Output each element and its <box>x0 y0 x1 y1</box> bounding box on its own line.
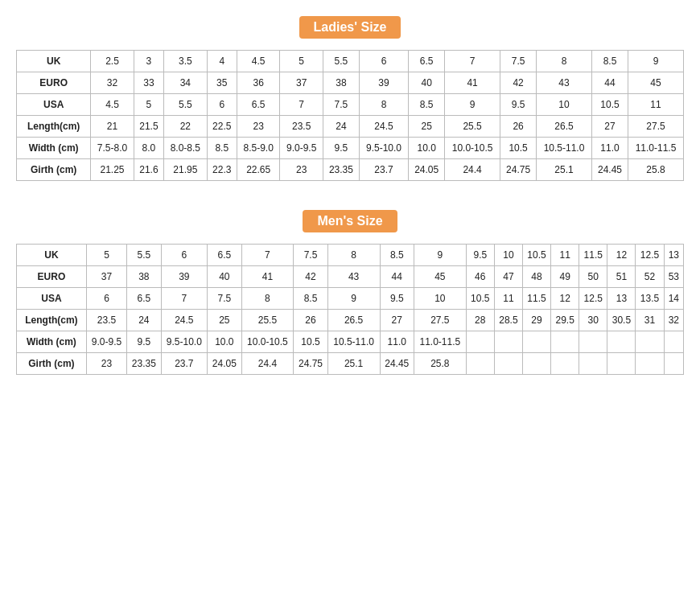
cell-value: 24.4 <box>445 159 500 181</box>
cell-value <box>664 353 683 375</box>
cell-value: 34 <box>164 72 207 94</box>
cell-value: 29 <box>522 310 550 331</box>
cell-value <box>551 331 579 353</box>
cell-value: 23.5 <box>86 310 126 331</box>
table-row: Width (cm)9.0-9.59.59.5-10.010.010.0-10.… <box>17 331 684 353</box>
cell-value <box>466 353 494 375</box>
cell-value: 10.5 <box>294 331 327 353</box>
cell-value: 24.5 <box>161 310 208 331</box>
row-label: UK <box>17 51 91 72</box>
cell-value: 24.75 <box>500 159 537 181</box>
cell-value: 41 <box>445 72 500 94</box>
cell-value: 37 <box>280 72 323 94</box>
cell-value: 7 <box>161 288 208 310</box>
cell-value: 21.5 <box>134 116 163 138</box>
ladies-size-table: UK2.533.544.555.566.577.588.59EURO323334… <box>16 50 684 181</box>
cell-value: 5 <box>280 51 323 72</box>
cell-value <box>522 331 550 353</box>
cell-value: 8 <box>359 94 408 116</box>
cell-value: 7 <box>241 245 294 266</box>
cell-value: 5 <box>134 94 163 116</box>
cell-value: 12 <box>607 245 636 266</box>
cell-value: 6.5 <box>208 245 241 266</box>
cell-value: 33 <box>134 72 163 94</box>
ladies-title-text: Ladies' Size <box>299 16 401 39</box>
cell-value: 7.5-8.0 <box>91 138 134 159</box>
cell-value: 7.5 <box>208 288 241 310</box>
cell-value: 30 <box>579 310 607 331</box>
cell-value: 8.5 <box>591 51 628 72</box>
cell-value: 9 <box>628 51 684 72</box>
cell-value: 32 <box>91 72 134 94</box>
cell-value: 11.0-11.5 <box>628 138 684 159</box>
cell-value: 3.5 <box>164 51 207 72</box>
cell-value: 50 <box>579 266 607 288</box>
table-row: UK55.566.577.588.599.51010.51111.51212.5… <box>17 245 684 266</box>
cell-value: 3 <box>134 51 163 72</box>
cell-value: 8.5 <box>409 94 445 116</box>
cell-value: 42 <box>294 266 327 288</box>
cell-value: 32 <box>664 310 683 331</box>
cell-value <box>579 353 607 375</box>
mens-size-section: Men's Size UK55.566.577.588.599.51010.51… <box>16 210 684 375</box>
mens-title: Men's Size <box>16 210 684 232</box>
cell-value: 6 <box>86 288 126 310</box>
cell-value: 23.35 <box>323 159 359 181</box>
row-label: EURO <box>17 266 87 288</box>
cell-value: 25.8 <box>414 353 466 375</box>
cell-value: 42 <box>500 72 537 94</box>
cell-value: 37 <box>86 266 126 288</box>
cell-value: 8.5-9.0 <box>237 138 279 159</box>
cell-value: 22.5 <box>207 116 237 138</box>
cell-value <box>636 353 664 375</box>
cell-value: 10 <box>414 288 466 310</box>
cell-value: 9.5 <box>466 245 494 266</box>
cell-value: 26.5 <box>537 116 592 138</box>
cell-value: 9.5 <box>380 288 414 310</box>
cell-value <box>664 331 683 353</box>
cell-value: 24.45 <box>380 353 414 375</box>
cell-value: 12.5 <box>579 288 607 310</box>
row-label: USA <box>17 94 91 116</box>
cell-value: 10.5-11.0 <box>327 331 380 353</box>
cell-value: 38 <box>323 72 359 94</box>
cell-value: 14 <box>664 288 683 310</box>
cell-value: 8.0-8.5 <box>164 138 207 159</box>
cell-value: 30.5 <box>607 310 636 331</box>
cell-value: 24.05 <box>208 353 241 375</box>
table-row: Width (cm)7.5-8.08.08.0-8.58.58.5-9.09.0… <box>17 138 684 159</box>
cell-value: 28 <box>466 310 494 331</box>
cell-value: 6 <box>359 51 408 72</box>
cell-value: 28.5 <box>494 310 522 331</box>
table-row: USA66.577.588.599.51010.51111.51212.5131… <box>17 288 684 310</box>
cell-value: 23.35 <box>127 353 161 375</box>
cell-value: 31 <box>636 310 664 331</box>
cell-value: 45 <box>414 266 466 288</box>
cell-value: 21 <box>91 116 134 138</box>
cell-value <box>551 353 579 375</box>
cell-value: 6 <box>207 94 237 116</box>
cell-value: 25.1 <box>537 159 592 181</box>
cell-value: 9.5 <box>500 94 537 116</box>
cell-value: 23 <box>280 159 323 181</box>
cell-value: 13 <box>607 288 636 310</box>
cell-value: 49 <box>551 266 579 288</box>
cell-value: 13.5 <box>636 288 664 310</box>
cell-value: 41 <box>241 266 294 288</box>
cell-value: 9.5 <box>323 138 359 159</box>
cell-value: 6.5 <box>127 288 161 310</box>
cell-value: 9 <box>327 288 380 310</box>
cell-value: 12 <box>551 288 579 310</box>
cell-value: 38 <box>127 266 161 288</box>
cell-value: 25.1 <box>327 353 380 375</box>
cell-value: 51 <box>607 266 636 288</box>
table-row: Girth (cm)2323.3523.724.0524.424.7525.12… <box>17 353 684 375</box>
cell-value: 26 <box>500 116 537 138</box>
cell-value: 25.8 <box>628 159 684 181</box>
cell-value: 23.7 <box>161 353 208 375</box>
cell-value: 13 <box>664 245 683 266</box>
cell-value: 36 <box>237 72 279 94</box>
cell-value: 10.0 <box>409 138 445 159</box>
cell-value: 2.5 <box>91 51 134 72</box>
mens-title-text: Men's Size <box>303 210 397 232</box>
